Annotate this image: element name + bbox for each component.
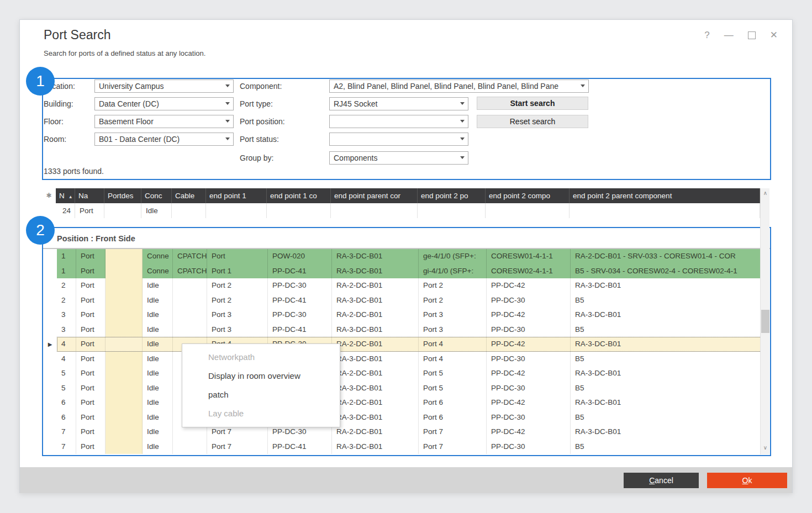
location-select[interactable]: University Campus (94, 80, 234, 93)
cell-ep2-parent[interactable]: RA-3-DC-B01 (571, 337, 761, 352)
cell-ep1-parent[interactable]: RA-3-DC-B01 (332, 440, 419, 454)
cell-connection[interactable]: Idle (143, 278, 173, 293)
cell-ep1-component[interactable]: PP-DC-30 (268, 278, 332, 293)
cell-ep1[interactable]: Port 1 (207, 264, 268, 279)
column-header-n[interactable]: N▲ (56, 188, 75, 203)
cell-connection[interactable]: Conne (143, 264, 173, 279)
cell-portdes[interactable] (106, 352, 143, 367)
cell-n[interactable]: 5 (57, 366, 76, 381)
cell-ep2-port[interactable]: Port 4 (419, 337, 487, 352)
cell-connection[interactable]: Idle (143, 440, 173, 454)
cell-ep1-parent[interactable]: RA-3-DC-B01 (332, 264, 419, 279)
cell-portdes[interactable] (106, 322, 143, 337)
cell-n[interactable]: 5 (57, 381, 76, 396)
cell-ep1-component[interactable]: POW-020 (268, 249, 332, 264)
cell-ep2-component[interactable] (486, 203, 570, 218)
table-row[interactable]: 3PortIdlePort 3PP-DC-41RA-3-DC-B01Port 3… (43, 322, 761, 337)
cell-ep2-component[interactable]: PP-DC-42 (487, 395, 571, 410)
cell-n[interactable]: 7 (57, 425, 76, 440)
reset-search-button[interactable]: Reset search (477, 115, 588, 128)
cell-portdes[interactable] (106, 264, 143, 279)
table-row[interactable]: ▶4PortIdlePort 4PP-DC-30RA-2-DC-B01Port … (43, 337, 761, 352)
cell-portdes[interactable] (106, 337, 143, 352)
cell-name[interactable]: Port (76, 425, 106, 440)
column-header-portdes[interactable]: Portdes (104, 188, 141, 203)
cell-ep2-parent[interactable]: RA-3-DC-B01 (571, 366, 761, 381)
cell-portdes[interactable] (106, 381, 143, 396)
column-header-ep1[interactable]: end point 1 (206, 188, 267, 203)
cell-ep2-parent[interactable] (570, 203, 760, 218)
cell-name[interactable]: Port (76, 322, 106, 337)
cell-name[interactable]: Port (76, 352, 106, 367)
table-row[interactable]: 24PortIdle (42, 203, 760, 218)
cell-ep2-port[interactable]: Port 7 (419, 425, 487, 440)
cell-n[interactable]: 7 (57, 440, 76, 454)
port-position-select[interactable] (329, 115, 468, 128)
cell-n[interactable]: 3 (57, 308, 76, 322)
cell-ep1-parent[interactable]: RA-3-DC-B01 (332, 293, 419, 308)
cell-ep1-component[interactable] (267, 203, 331, 218)
cell-portdes[interactable] (104, 203, 141, 218)
cell-ep1[interactable] (206, 203, 267, 218)
cell-connection[interactable]: Idle (143, 308, 173, 322)
cell-n[interactable]: 24 (56, 203, 75, 218)
column-header-ep2-parent[interactable]: end point 2 parent component (570, 188, 760, 203)
cell-cable[interactable] (172, 203, 206, 218)
cell-ep1-component[interactable]: PP-DC-30 (268, 308, 332, 322)
table-row[interactable]: 7PortIdlePort 7PP-DC-41RA-3-DC-B01Port 7… (43, 440, 761, 454)
cell-ep1-component[interactable]: PP-DC-41 (268, 293, 332, 308)
cell-portdes[interactable] (106, 249, 143, 264)
cell-ep2-component[interactable]: PP-DC-30 (487, 381, 571, 396)
scroll-down-icon[interactable]: ∨ (761, 443, 770, 452)
cell-ep2-parent[interactable]: RA-3-DC-B01 (571, 308, 761, 322)
cell-name[interactable]: Port (76, 440, 106, 454)
cell-ep2-port[interactable]: Port 6 (419, 395, 487, 410)
cell-ep2-port[interactable]: Port 2 (419, 293, 487, 308)
column-header-name[interactable]: Na (75, 188, 104, 203)
cell-connection[interactable]: Idle (143, 337, 173, 352)
cell-ep2-port[interactable] (418, 203, 486, 218)
cell-ep1-component[interactable]: PP-DC-41 (268, 440, 332, 454)
cell-ep1[interactable]: Port 2 (207, 278, 268, 293)
cell-ep1-parent[interactable]: RA-2-DC-B01 (332, 395, 419, 410)
cell-connection[interactable]: Idle (143, 425, 173, 440)
cell-portdes[interactable] (106, 308, 143, 322)
cell-ep2-port[interactable]: Port 7 (419, 440, 487, 454)
column-header-cable[interactable]: Cable (172, 188, 206, 203)
table-row[interactable]: 3PortIdlePort 3PP-DC-30RA-2-DC-B01Port 3… (43, 308, 761, 322)
cell-portdes[interactable] (106, 425, 143, 440)
cell-cable[interactable] (173, 308, 207, 322)
column-header-ep2-component[interactable]: end point 2 compo (486, 188, 570, 203)
cell-portdes[interactable] (106, 395, 143, 410)
cell-ep1[interactable]: Port 3 (207, 308, 268, 322)
cell-ep2-component[interactable]: PP-DC-30 (487, 410, 571, 425)
cell-name[interactable]: Port (75, 203, 104, 218)
cell-ep1[interactable]: Port 3 (207, 322, 268, 337)
cell-n[interactable]: 6 (57, 410, 76, 425)
table-row[interactable]: 4PortIdlePort 4PP-DC-41RA-3-DC-B01Port 4… (43, 352, 761, 367)
cell-ep2-component[interactable]: PP-DC-30 (487, 293, 571, 308)
cell-ep1-parent[interactable] (331, 203, 418, 218)
cell-ep2-component[interactable]: PP-DC-30 (487, 322, 571, 337)
table-row[interactable]: 1PortConneCPATCHPort 1PP-DC-41RA-3-DC-B0… (43, 264, 761, 279)
cell-connection[interactable]: Idle (143, 322, 173, 337)
cell-ep2-port[interactable]: Port 3 (419, 322, 487, 337)
minimize-icon[interactable]: — (724, 30, 734, 41)
floor-select[interactable]: Basement Floor (94, 115, 234, 128)
cell-portdes[interactable] (106, 278, 143, 293)
cell-n[interactable]: 2 (57, 278, 76, 293)
cell-name[interactable]: Port (76, 366, 106, 381)
cell-ep2-parent[interactable]: B5 (571, 322, 761, 337)
cell-ep2-component[interactable]: PP-DC-30 (487, 352, 571, 367)
table-row[interactable]: 5PortIdlePort 5PP-DC-41RA-3-DC-B01Port 5… (43, 381, 761, 396)
cell-ep2-port[interactable]: Port 3 (419, 308, 487, 322)
column-header-ep1-parent[interactable]: end point parent cor (331, 188, 418, 203)
cell-connection[interactable]: Idle (143, 381, 173, 396)
cell-n[interactable]: 1 (57, 264, 76, 279)
context-menu-item-patch[interactable]: patch (182, 385, 340, 404)
scroll-up-icon[interactable]: ∧ (761, 188, 770, 198)
context-menu-item-display-in-room-overview[interactable]: Display in room overview (182, 367, 340, 385)
cell-ep1-parent[interactable]: RA-2-DC-B01 (332, 337, 419, 352)
cell-cable[interactable] (173, 440, 207, 454)
cell-ep2-parent[interactable]: B5 (571, 352, 761, 367)
